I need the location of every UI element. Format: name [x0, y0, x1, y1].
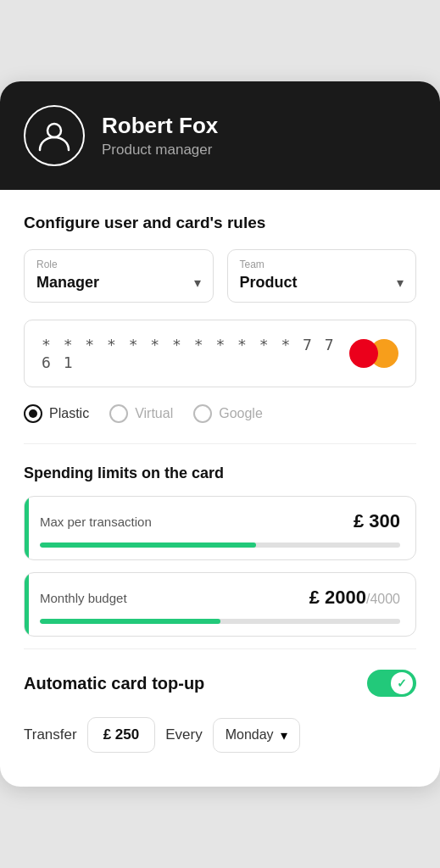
role-value: Manager: [36, 274, 99, 292]
transfer-amount-box[interactable]: £ 250: [87, 717, 156, 753]
role-dropdown[interactable]: Role Manager ▾: [24, 249, 214, 303]
svg-point-0: [47, 124, 61, 137]
day-dropdown[interactable]: Monday ▾: [213, 718, 300, 753]
toggle-knob: ✓: [391, 672, 413, 694]
user-name: Robert Fox: [102, 113, 218, 139]
configure-title: Configure user and card's rules: [24, 214, 416, 232]
radio-virtual[interactable]: Virtual: [109, 404, 173, 423]
team-dropdown[interactable]: Team Product ▾: [227, 249, 417, 303]
body: Configure user and card's rules Role Man…: [0, 190, 440, 787]
day-chevron-icon: ▾: [281, 727, 287, 743]
dropdowns-row: Role Manager ▾ Team Product ▾: [24, 249, 416, 303]
auto-topup-row: Automatic card top-up ✓: [24, 648, 416, 717]
transfer-label: Transfer: [24, 726, 77, 743]
limit-label-transaction: Max per transaction: [40, 515, 152, 529]
transfer-amount: £ 250: [103, 726, 140, 743]
header: Robert Fox Product manager: [0, 81, 440, 190]
radio-outer-google: [193, 404, 212, 423]
monthly-value-main: £ 2000: [309, 587, 366, 608]
role-label: Role: [36, 259, 201, 270]
team-value: Product: [240, 274, 298, 292]
card-number: * * * * * * * * * * * * 7 7 6 1: [42, 336, 349, 371]
limit-label-monthly: Monthly budget: [40, 591, 127, 605]
team-label: Team: [240, 259, 404, 270]
radio-outer-virtual: [109, 404, 128, 423]
limit-value-transaction: £ 300: [354, 510, 400, 532]
avatar-icon: [36, 118, 72, 153]
limit-card-monthly: Monthly budget £ 2000/4000: [24, 572, 416, 637]
radio-label-plastic: Plastic: [49, 406, 89, 421]
limit-card-transaction: Max per transaction £ 300: [24, 496, 416, 560]
limit-top-row-monthly: Monthly budget £ 2000/4000: [40, 587, 400, 609]
toggle-check-icon: ✓: [397, 676, 407, 690]
radio-plastic[interactable]: Plastic: [24, 404, 89, 423]
mc-red-circle: [349, 339, 378, 368]
team-value-row: Product ▾: [240, 274, 404, 292]
progress-fill-monthly: [40, 619, 220, 624]
limit-value-monthly: £ 2000/4000: [309, 587, 400, 609]
card-number-box: * * * * * * * * * * * * 7 7 6 1: [24, 320, 416, 387]
progress-fill-transaction: [40, 542, 256, 548]
user-role: Product manager: [102, 142, 218, 159]
every-label: Every: [165, 726, 202, 743]
radio-inner-plastic: [29, 409, 37, 418]
progress-track-transaction: [40, 542, 400, 548]
radio-label-virtual: Virtual: [135, 406, 173, 421]
auto-topup-label: Automatic card top-up: [24, 674, 204, 693]
radio-google[interactable]: Google: [193, 404, 263, 423]
radio-outer-plastic: [24, 404, 42, 423]
transfer-row: Transfer £ 250 Every Monday ▾: [24, 717, 416, 760]
spending-title: Spending limits on the card: [24, 465, 416, 482]
avatar: [24, 105, 85, 166]
header-text: Robert Fox Product manager: [102, 113, 218, 158]
card-type-row: Plastic Virtual Google: [24, 404, 416, 444]
day-value: Monday: [226, 727, 274, 743]
limit-top-row-transaction: Max per transaction £ 300: [40, 510, 400, 532]
auto-topup-toggle[interactable]: ✓: [367, 670, 416, 697]
role-value-row: Manager ▾: [36, 274, 201, 292]
monthly-value-sub: /4000: [366, 592, 400, 606]
progress-track-monthly: [40, 619, 400, 624]
mastercard-icon: [349, 339, 398, 368]
main-card: Robert Fox Product manager Configure use…: [0, 81, 440, 787]
team-chevron-icon: ▾: [397, 275, 404, 291]
radio-label-google: Google: [219, 406, 263, 421]
role-chevron-icon: ▾: [194, 275, 201, 291]
